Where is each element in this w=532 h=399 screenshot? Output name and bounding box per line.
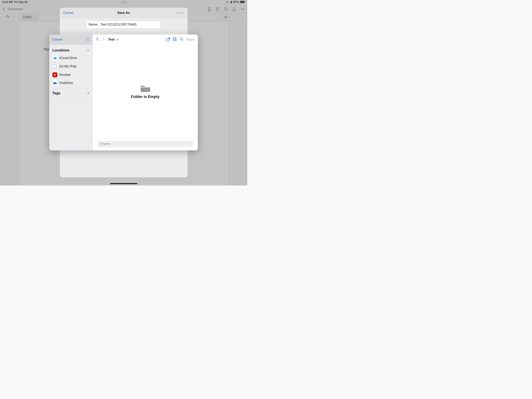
picker-sidebar: Cancel Locations iCloud Drive On My iPad bbox=[49, 34, 93, 150]
svg-rect-24 bbox=[141, 87, 150, 92]
filename-value: Test 3213211235775463 bbox=[101, 23, 137, 26]
file-picker-modal: Cancel Locations iCloud Drive On My iPad bbox=[49, 34, 198, 150]
tags-header[interactable]: Tags bbox=[51, 89, 91, 97]
empty-folder-label: Folder is Empty bbox=[131, 95, 159, 99]
location-label: Acrobat bbox=[59, 73, 70, 77]
move-button: Move bbox=[186, 38, 195, 42]
svg-rect-21 bbox=[175, 39, 177, 41]
location-acrobat[interactable]: Acrobat bbox=[51, 71, 91, 79]
svg-rect-14 bbox=[53, 64, 57, 68]
location-icloud-drive[interactable]: iCloud Drive bbox=[51, 54, 91, 62]
saveas-save-button[interactable]: Save bbox=[177, 11, 184, 15]
picker-cancel-button[interactable]: Cancel bbox=[52, 38, 62, 41]
empty-folder-icon bbox=[140, 84, 150, 92]
svg-rect-25 bbox=[141, 87, 150, 87]
ipad-icon bbox=[52, 64, 57, 69]
saveas-title: Save As bbox=[117, 11, 130, 15]
sidebar-more-button[interactable] bbox=[86, 38, 89, 41]
sort-chevron-icon bbox=[116, 38, 119, 41]
locations-header[interactable]: Locations bbox=[51, 46, 91, 54]
home-indicator[interactable] bbox=[110, 183, 137, 184]
filename-label: Name: bbox=[89, 23, 98, 26]
svg-line-23 bbox=[182, 39, 183, 41]
chevron-right-icon bbox=[87, 92, 89, 94]
location-label: OneDrive bbox=[59, 81, 73, 85]
svg-rect-19 bbox=[175, 37, 177, 39]
picker-main: Test Move Folder is Empty bbox=[93, 34, 198, 150]
location-on-my-ipad[interactable]: On My iPad bbox=[51, 62, 91, 71]
chevron-down-icon bbox=[87, 49, 89, 52]
svg-rect-20 bbox=[173, 39, 174, 41]
location-onedrive[interactable]: OneDrive bbox=[51, 79, 91, 87]
search-button[interactable] bbox=[179, 37, 184, 42]
location-label: On My iPad bbox=[59, 64, 76, 68]
new-folder-button[interactable] bbox=[166, 37, 170, 42]
item-count-pill: 0 Items bbox=[98, 141, 193, 147]
location-label: iCloud Drive bbox=[59, 56, 77, 60]
svg-rect-18 bbox=[173, 37, 174, 39]
nav-back-button[interactable] bbox=[96, 37, 99, 42]
icloud-icon bbox=[52, 56, 57, 61]
nav-forward-button bbox=[102, 37, 105, 42]
filename-field[interactable]: Name: Test 3213211235775463 bbox=[86, 21, 161, 29]
acrobat-icon bbox=[52, 72, 57, 77]
picker-content: Folder is Empty bbox=[93, 45, 198, 139]
saveas-cancel-button[interactable]: Cancel bbox=[63, 11, 73, 15]
onedrive-icon bbox=[52, 80, 57, 85]
breadcrumb[interactable]: Test bbox=[108, 38, 119, 41]
view-grid-button[interactable] bbox=[172, 37, 177, 42]
